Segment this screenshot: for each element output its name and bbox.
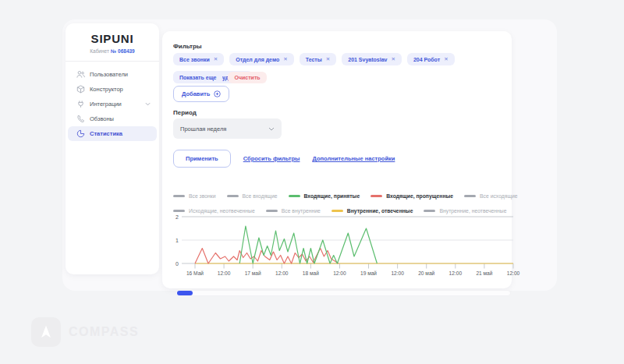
sidebar-item-constructor[interactable]: Конструктор [68,82,157,97]
filter-chip-label: 204 Робот [413,57,440,62]
filter-chip[interactable]: Отдел для демо✕ [229,53,294,65]
filter-chip[interactable]: 201 Svyatoslav✕ [342,53,402,65]
y-axis-label: 2 [176,214,179,220]
logo: SIPUNI [66,32,159,45]
sidebar-item-label: Конструктор [90,86,123,93]
legend-label: Входящие, принятые [304,193,360,199]
sidebar: SIPUNI Кабинет№ 068439 ПользователиКонст… [66,23,159,274]
x-axis-label: 12:00 [507,270,520,276]
sidebar-item-users[interactable]: Пользователи [68,67,157,82]
integrations-icon [76,100,85,108]
x-axis-label: 12:00 [275,270,289,276]
legend-swatch [424,210,435,212]
remove-icon[interactable]: ✕ [326,56,330,62]
remove-icon[interactable]: ✕ [444,56,448,62]
legend-item[interactable]: Все исходящие [464,193,518,199]
x-axis-label: 12:00 [218,270,231,276]
advanced-settings-link[interactable]: Дополнительные настройки [312,155,395,162]
show-more-button[interactable]: Показать еще [173,72,222,83]
legend-swatch [173,195,185,197]
sidebar-item-label: Интеграции [90,101,122,108]
reset-filters-link[interactable]: Сбросить фильтры [243,155,300,162]
x-axis-label: 16 Май [186,270,204,276]
legend-item[interactable]: Входящие, принятые [289,193,360,199]
x-axis-label: 12:00 [449,270,463,276]
remove-icon[interactable]: ✕ [283,56,287,62]
legend-label: Все звонки [189,193,216,199]
compass-logo-icon [31,317,61,347]
y-axis-label: 1 [176,238,179,243]
legend-item[interactable]: Все входящие [227,193,278,199]
sidebar-item-statistics[interactable]: Статистика [68,126,157,141]
legend-swatch [464,195,476,197]
legend-swatch [370,195,382,197]
actions-row: Применить Сбросить фильтры Дополнительны… [173,150,395,168]
legend-item[interactable]: Входящие, пропущенные [370,193,453,199]
sidebar-menu: ПользователиКонструкторИнтеграцииОбзвоны… [66,67,159,141]
cabinet-number: № 068439 [111,48,135,54]
scrollbar-thumb[interactable] [177,291,193,295]
filters-title: Фильтры [173,43,202,50]
add-filter-button[interactable]: Добавить [173,86,229,102]
legend-swatch [173,210,185,212]
phone-icon [76,115,85,123]
legend-label: Входящие, пропущенные [386,193,453,199]
sidebar-item-label: Пользователи [90,71,128,78]
apply-button[interactable]: Применить [173,150,231,168]
filter-chip-label: 201 Svyatoslav [348,57,387,62]
divider [66,61,159,62]
legend-swatch [289,195,300,197]
filter-chip[interactable]: 204 Робот✕ [407,53,455,65]
legend-swatch [332,210,343,212]
chart-scrollbar[interactable] [176,290,511,296]
x-axis-label: 12:00 [391,270,404,276]
legend-item[interactable]: Все звонки [173,193,216,199]
chevron-down-icon [145,102,151,106]
chevron-down-icon [268,127,275,131]
add-filter-label: Добавить [182,90,210,97]
cabinet-info: Кабинет№ 068439 [66,48,159,54]
sidebar-item-label: Обзвоны [90,115,114,122]
filter-chip-label: Все звонки [179,57,210,62]
legend-swatch [227,195,239,197]
sidebar-item-integrations[interactable]: Интеграции [68,97,157,111]
compass-watermark-text: COMPASS [69,325,139,339]
remove-icon[interactable]: ✕ [214,56,218,62]
x-axis-label: 12:00 [333,270,346,276]
series-входящие-принятые [239,226,377,263]
x-axis-label: 21 май [476,270,492,276]
cube-icon [76,85,85,94]
legend-row: Все звонкиВсе входящиеВходящие, принятые… [173,193,507,199]
legend-swatch [266,210,278,212]
x-axis-label: 19 май [360,270,377,276]
calls-line-chart: 01216 Май12:0017 май12:0018 май12:0019 м… [173,213,521,280]
period-value: Прошлая неделя [180,125,268,133]
app-container: SIPUNI Кабинет№ 068439 ПользователиКонст… [62,19,557,291]
compass-watermark: COMPASS [31,317,139,347]
plus-circle-icon [214,90,221,97]
legend-label: Все входящие [243,193,278,199]
filter-actions-row: Показать еще Очистить [173,72,267,83]
legend-label: Все исходящие [480,193,518,199]
cabinet-label: Кабинет [90,48,109,54]
filter-chip[interactable]: Тесты✕ [300,53,336,65]
filter-chip-label: Отдел для демо [236,57,279,62]
period-label: Период [173,109,197,116]
filter-chip-label: Тесты [306,57,322,62]
pie-icon [76,129,85,138]
x-axis-label: 17 май [245,270,261,276]
filter-chip[interactable]: Все звонки✕ [173,53,224,65]
x-axis-label: 18 май [303,270,319,276]
main-panel: Фильтры Все звонки✕Отдел для демо✕Тесты✕… [162,31,512,288]
clear-filters-button[interactable]: Очистить [228,72,266,83]
users-icon [76,70,85,79]
remove-icon[interactable]: ✕ [391,56,395,62]
sidebar-item-calls[interactable]: Обзвоны [68,111,157,126]
period-select[interactable]: Прошлая неделя [173,118,282,139]
sidebar-item-label: Статистика [90,130,122,137]
x-axis-label: 20 май [418,270,434,276]
y-axis-label: 0 [176,261,179,267]
